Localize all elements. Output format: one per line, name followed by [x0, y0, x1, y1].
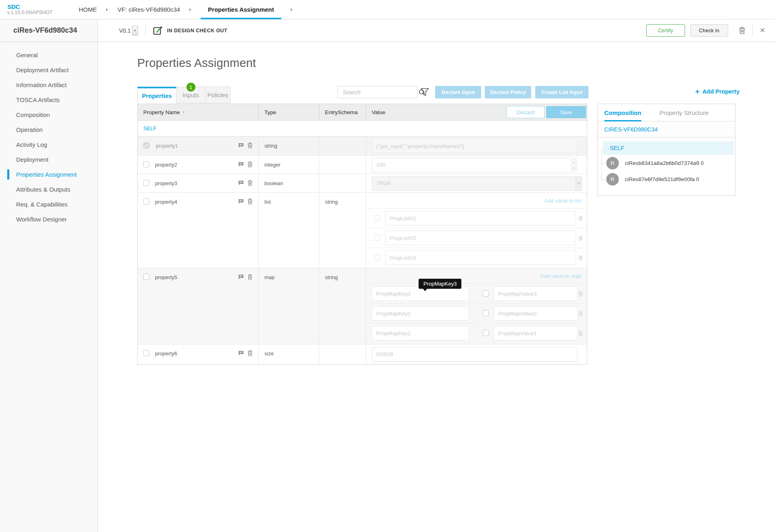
lifecycle-state-label: IN DESIGN CHECK OUT [167, 28, 227, 33]
step-up-icon[interactable]: ▴ [571, 159, 576, 165]
comment-icon[interactable] [238, 143, 244, 148]
create-list-input-button[interactable]: Create List Input [535, 86, 589, 98]
property3-value-select[interactable]: TRUE ▾ [372, 176, 582, 191]
declare-policy-button[interactable]: Declare Policy [485, 86, 531, 98]
entry-schema-cell [319, 174, 366, 192]
map-item-checkbox[interactable] [483, 330, 489, 336]
map-item-checkbox[interactable] [483, 290, 489, 296]
tree-line [601, 148, 602, 179]
delete-list-item-icon[interactable] [578, 216, 583, 221]
step-down-icon[interactable]: ▾ [571, 165, 576, 171]
version-selector[interactable]: ▾ [132, 26, 138, 35]
component-name[interactable]: CIRES-VF6D980C34 [598, 121, 735, 138]
sidebar-item-req-capabilities[interactable]: Req. & Capabilities [0, 197, 97, 212]
sidebar-item-information-artifact[interactable]: Information Artifact [0, 77, 97, 92]
close-icon[interactable]: ✕ [760, 27, 765, 34]
sidebar-item-operation[interactable]: Operation [0, 122, 97, 137]
search-input[interactable] [338, 86, 419, 98]
select-arrow-icon: ▾ [576, 177, 582, 190]
sidebar-item-composition[interactable]: Composition [0, 107, 97, 122]
number-stepper[interactable]: ▴ ▾ [571, 159, 576, 171]
delete-map-item-icon[interactable] [578, 311, 583, 316]
comment-icon[interactable] [238, 274, 244, 280]
tab-composition[interactable]: Composition [604, 104, 641, 121]
tab-property-structure[interactable]: Property Structure [660, 104, 709, 121]
comment-icon[interactable] [238, 180, 244, 186]
map-value-input[interactable] [494, 286, 578, 301]
row-checkbox[interactable] [143, 180, 149, 186]
row-checkbox[interactable] [143, 161, 149, 167]
comment-icon[interactable] [238, 350, 244, 356]
sidebar-item-activity-log[interactable]: Activity Log [0, 137, 97, 152]
delete-icon[interactable] [247, 180, 253, 186]
sidebar-item-tosca-artifacts[interactable]: TOSCA Artifacts [0, 92, 97, 107]
map-key-input[interactable] [372, 306, 469, 321]
list-item-checkbox[interactable] [374, 235, 380, 241]
list-item-checkbox[interactable] [374, 215, 380, 221]
tab-inputs[interactable]: Inputs 1 [176, 87, 205, 103]
property-name: property1 [156, 143, 238, 149]
name-cell: property5 [138, 268, 259, 344]
breadcrumb-current[interactable]: Properties Assignment [201, 0, 281, 19]
sidebar-item-deployment-artifact[interactable]: Deployment Artifact [0, 63, 97, 77]
breadcrumb-vf[interactable]: VF: ciRes-VF6d980c34 [117, 6, 180, 13]
comment-icon[interactable] [238, 199, 244, 204]
list-item-checkbox[interactable] [374, 255, 380, 261]
delete-icon[interactable] [247, 161, 253, 167]
group-self[interactable]: SELF [138, 121, 587, 137]
add-property-button[interactable]: + Add Property [695, 88, 739, 95]
row-checkbox[interactable] [143, 198, 149, 204]
value-cell [366, 137, 587, 155]
sidebar-item-workflow-designer[interactable]: Workflow Designer [0, 212, 97, 227]
breadcrumb-arrow-icon [189, 8, 191, 11]
tree-node-self[interactable]: SELF [603, 141, 734, 155]
discard-button[interactable]: Discard [507, 106, 545, 118]
tree-node-instance[interactable]: R ciResb8341a8a2b6b0d7374a9 0 [598, 155, 735, 171]
row-checkbox[interactable] [143, 350, 149, 356]
breadcrumb-home[interactable]: HOME [79, 6, 97, 13]
delete-icon[interactable] [247, 142, 253, 148]
save-button[interactable]: Save [546, 106, 586, 118]
row-checkbox[interactable] [143, 274, 149, 280]
filter-icon[interactable] [421, 88, 429, 96]
delete-list-item-icon[interactable] [578, 255, 583, 261]
checkin-button[interactable]: Check in [690, 24, 728, 37]
delete-component-icon[interactable] [739, 27, 746, 34]
sidebar-item-properties-assignment[interactable]: Properties Assignment [0, 167, 97, 182]
sidebar-menu: General Deployment Artifact Information … [0, 48, 97, 227]
column-value: Value Discard Save [366, 104, 587, 120]
property6-value-input[interactable] [372, 347, 577, 362]
property-name: property4 [155, 199, 238, 205]
sidebar-item-deployment[interactable]: Deployment [0, 152, 97, 167]
lifecycle-toolbar: V0.1 ▾ IN DESIGN CHECK OUT Certify Check… [98, 19, 775, 42]
breadcrumb-arrow-icon [291, 8, 293, 11]
tab-properties[interactable]: Properties [137, 87, 176, 103]
delete-map-item-icon[interactable] [578, 291, 583, 296]
property1-value-input[interactable] [372, 139, 577, 153]
property2-value-input[interactable] [372, 158, 577, 172]
map-item-checkbox[interactable] [483, 310, 489, 316]
tree-node-instance[interactable]: R ciRes87e6f7d9e521df9e00fa 0 [598, 171, 735, 187]
add-value-to-list-link[interactable]: Add value to list [544, 198, 581, 204]
table-row-property2: property2 integer [138, 156, 587, 174]
map-key-input[interactable] [372, 326, 469, 340]
list-value-input[interactable] [385, 250, 576, 265]
certify-button[interactable]: Certify [646, 24, 685, 37]
sidebar-item-attributes-outputs[interactable]: Attributes & Outputs [0, 182, 97, 197]
name-cell: property1 [138, 137, 259, 155]
comment-icon[interactable] [238, 162, 244, 167]
declare-input-button[interactable]: Declare Input [435, 86, 481, 98]
delete-list-item-icon[interactable] [578, 236, 583, 241]
delete-icon[interactable] [247, 198, 253, 204]
map-value-input[interactable] [494, 306, 578, 321]
delete-icon[interactable] [246, 273, 254, 281]
map-value-input[interactable] [494, 326, 578, 340]
delete-map-item-icon[interactable] [578, 331, 583, 336]
add-value-to-map-link[interactable]: Add value to map [540, 273, 581, 279]
list-value-input[interactable] [385, 211, 576, 225]
sidebar-item-general[interactable]: General [0, 48, 97, 63]
tab-policies[interactable]: Policies [205, 87, 230, 103]
list-value-input[interactable] [385, 231, 576, 245]
delete-icon[interactable] [247, 350, 253, 356]
column-property-name[interactable]: Property Name ▾ [138, 104, 259, 120]
